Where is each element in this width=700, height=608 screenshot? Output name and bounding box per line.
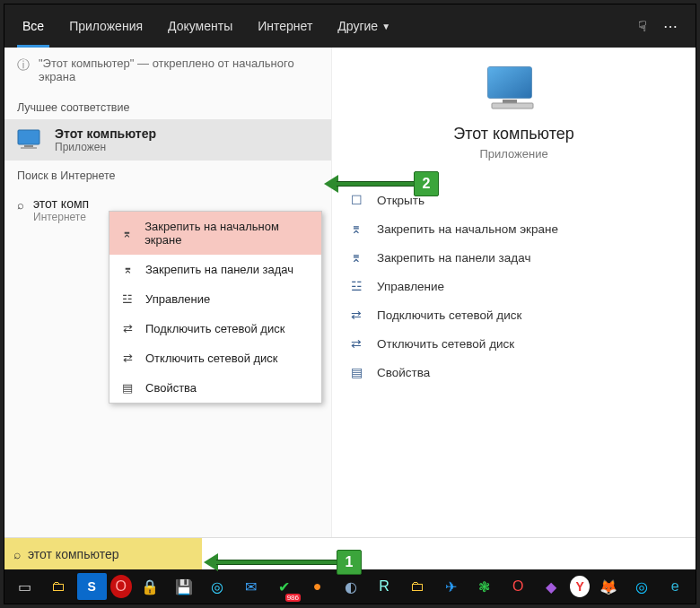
ctx-disconnect-drive[interactable]: ⇄Отключить сетевой диск [109, 343, 321, 373]
callout-1: 1 [204, 550, 362, 575]
manage-icon: ☳ [348, 279, 364, 293]
pin-icon: ⌆ [120, 263, 135, 276]
taskbar-firefox2[interactable]: 🦊 [593, 573, 623, 600]
tab-all[interactable]: Все [10, 4, 57, 48]
taskbar-steam[interactable]: ◐ [336, 573, 365, 600]
svg-rect-1 [24, 145, 33, 147]
pin-icon: ⌆ [348, 221, 364, 236]
pc-large-icon [483, 64, 546, 117]
action-pin-start[interactable]: ⌆Закрепить на начальном экране [346, 214, 681, 243]
taskbar-snagit[interactable]: S [77, 573, 107, 600]
info-icon: ⓘ [17, 57, 30, 83]
taskbar-lock[interactable]: 🔒 [136, 573, 165, 600]
network-icon: ⇄ [348, 336, 364, 351]
ctx-manage[interactable]: ☳Управление [109, 284, 321, 314]
tab-bar: Все Приложения Документы Интернет Другие… [4, 4, 696, 48]
taskbar-torrent[interactable]: ✔ [269, 573, 299, 600]
svg-rect-0 [18, 130, 39, 144]
pc-icon [17, 129, 44, 151]
taskbar-app2[interactable]: ❃ [469, 573, 499, 600]
section-web-search: Поиск в Интернете [4, 161, 331, 187]
preview-subtitle: Приложение [346, 147, 681, 161]
callout-2: 2 [324, 171, 439, 196]
section-best-match: Лучшее соответствие [4, 92, 331, 119]
svg-rect-6 [492, 103, 533, 109]
feedback-icon[interactable]: ☟ [638, 18, 647, 35]
action-properties[interactable]: ▤Свойства [346, 358, 681, 387]
best-match-result[interactable]: Этот компьютер Приложен [4, 119, 331, 161]
tab-docs[interactable]: Документы [155, 4, 245, 48]
pin-icon: ⌆ [120, 227, 134, 240]
tab-more[interactable]: Другие▼ [325, 4, 403, 48]
taskbar-save[interactable]: 💾 [169, 573, 198, 600]
tab-web[interactable]: Интернет [245, 4, 325, 48]
network-icon: ⇄ [348, 308, 364, 322]
props-icon: ▤ [120, 381, 135, 395]
context-menu: ⌆Закрепить на начальном экране ⌆Закрепит… [109, 211, 322, 404]
callout-badge-2: 2 [414, 171, 439, 196]
taskbar-app4[interactable]: ◎ [626, 573, 656, 600]
chevron-down-icon: ▼ [381, 22, 390, 31]
taskbar-edge[interactable]: e [661, 573, 690, 600]
manage-icon: ☳ [120, 292, 135, 306]
search-results-pane: ⓘ "Этот компьютер" — откреплено от начал… [4, 48, 332, 537]
more-icon[interactable]: ⋯ [663, 18, 678, 35]
pin-icon: ⌆ [348, 250, 364, 265]
unpin-message: ⓘ "Этот компьютер" — откреплено от начал… [4, 48, 331, 92]
taskbar-firefox[interactable]: ● [302, 573, 332, 600]
taskbar-tg[interactable]: ✈ [436, 573, 466, 600]
search-icon: ⌕ [13, 547, 21, 561]
taskbar-opera2[interactable]: O [503, 573, 533, 600]
taskbar-app3[interactable]: ◆ [537, 573, 566, 600]
action-connect-drive[interactable]: ⇄Подключить сетевой диск [346, 300, 681, 329]
taskbar-taskview[interactable]: ▭ [10, 573, 39, 600]
taskbar-folder2[interactable]: 🗀 [403, 573, 433, 600]
taskbar-explorer[interactable]: 🗀 [43, 573, 73, 600]
taskbar-comment[interactable]: ✉ [236, 573, 266, 600]
ctx-connect-drive[interactable]: ⇄Подключить сетевой диск [109, 314, 321, 343]
network-icon: ⇄ [120, 352, 135, 365]
search-icon: ⌕ [17, 198, 24, 223]
svg-rect-5 [503, 100, 517, 103]
taskbar-opera[interactable]: O [110, 575, 132, 598]
callout-badge-1: 1 [337, 550, 362, 575]
svg-rect-2 [21, 147, 37, 149]
action-disconnect-drive[interactable]: ⇄Отключить сетевой диск [346, 329, 681, 358]
props-icon: ▤ [348, 365, 364, 379]
action-pin-taskbar[interactable]: ⌆Закрепить на панели задач [346, 243, 681, 272]
action-manage[interactable]: ☳Управление [346, 272, 681, 300]
ctx-pin-start[interactable]: ⌆Закрепить на начальном экране [109, 212, 321, 255]
preview-pane: Этот компьютер Приложение ☐Открыть ⌆Закр… [332, 48, 696, 537]
preview-title: Этот компьютер [346, 125, 681, 143]
ctx-pin-taskbar[interactable]: ⌆Закрепить на панели задач [109, 255, 321, 284]
network-icon: ⇄ [120, 322, 135, 335]
ctx-properties[interactable]: ▤Свойства [109, 373, 321, 403]
search-box[interactable]: ⌕ этот компьютер [4, 538, 202, 569]
taskbar-app1[interactable]: ◎ [202, 573, 232, 600]
search-query: этот компьютер [28, 547, 118, 561]
taskbar-yandex[interactable]: Y [570, 576, 590, 597]
taskbar-r[interactable]: R [370, 573, 399, 600]
tab-apps[interactable]: Приложения [57, 4, 155, 48]
svg-rect-4 [488, 67, 531, 98]
